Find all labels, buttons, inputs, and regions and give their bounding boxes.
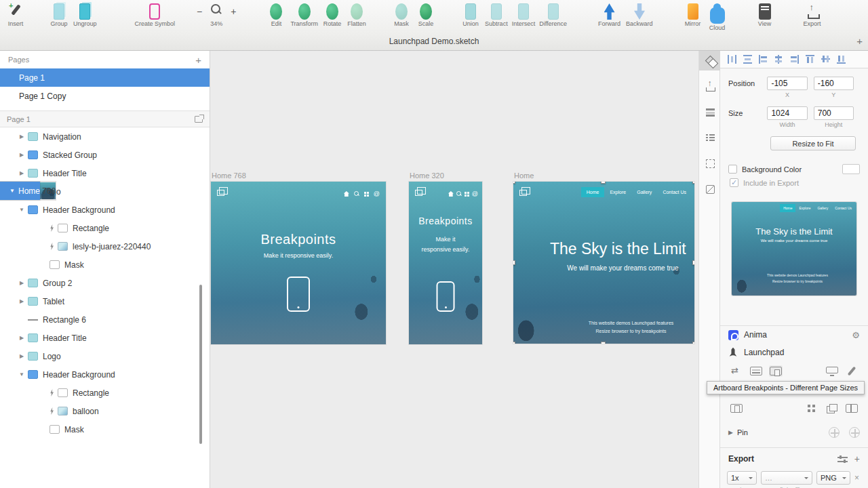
layer-row[interactable]: lesly-b-juarez-220440 — [0, 237, 210, 256]
toolbar-scale-button[interactable]: Scale — [416, 3, 436, 27]
nav-item[interactable]: Explore — [795, 204, 814, 212]
layer-row[interactable]: ▶Logo — [0, 347, 210, 365]
artboard-label-home320[interactable]: Home 320 — [410, 171, 444, 180]
align-right-icon[interactable] — [790, 55, 799, 64]
disclosure-icon[interactable]: ▶ — [18, 298, 26, 304]
disclosure-icon[interactable]: ▼ — [8, 188, 16, 194]
disclosure-icon[interactable]: ▶ — [18, 170, 26, 176]
toolbar-subtract-button[interactable]: Subtract — [485, 3, 508, 27]
swap-icon[interactable] — [730, 365, 743, 377]
toolbar-transform-button[interactable]: Transform — [290, 3, 318, 27]
upload-icon[interactable] — [699, 77, 721, 96]
export-format-select[interactable]: PNG — [816, 471, 850, 485]
disclosure-icon[interactable]: ▶ — [18, 353, 26, 359]
toolbar-mirror-button[interactable]: Mirror — [683, 3, 703, 27]
resize-handle[interactable] — [692, 182, 694, 184]
gear-icon[interactable]: ⚙ — [852, 330, 860, 340]
include-in-export-checkbox[interactable] — [730, 178, 738, 187]
collapse-artboards-icon[interactable] — [195, 116, 203, 123]
toolbar-view-button[interactable]: View — [755, 3, 775, 27]
layer-row[interactable]: ▼Header Background — [0, 201, 210, 219]
breakpoints-icon[interactable] — [769, 365, 783, 377]
align-center-horizontal-icon[interactable] — [774, 55, 783, 64]
export-size-select[interactable]: 1x — [727, 471, 757, 485]
pin-anchor-icon[interactable] — [829, 427, 840, 438]
toolbar-insert-button[interactable]: Insert — [5, 3, 26, 27]
align-middle-icon[interactable] — [821, 55, 830, 64]
resize-handle[interactable] — [692, 260, 694, 265]
toolbar-intersect-button[interactable]: Intersect — [512, 3, 536, 27]
layer-row[interactable]: Rectangle — [0, 384, 210, 402]
add-export-button[interactable]: + — [854, 453, 860, 464]
position-x-input[interactable] — [767, 77, 807, 90]
pin-row[interactable]: ▶ Pin — [720, 424, 868, 441]
zoom-out-button[interactable]: − — [193, 3, 206, 17]
components-panel-icon[interactable] — [699, 51, 721, 70]
grid-dots-icon[interactable] — [806, 403, 819, 414]
background-color-swatch[interactable] — [842, 164, 860, 174]
layer-row[interactable]: ▶Tablet — [0, 292, 210, 310]
preview-toggle-icon[interactable] — [699, 180, 721, 199]
align-left-icon[interactable] — [759, 55, 768, 64]
layer-row[interactable]: ▼Header Background — [0, 365, 210, 384]
distribute-vertical-icon[interactable] — [743, 55, 752, 64]
page-item[interactable]: Page 1 — [0, 68, 210, 87]
layer-row[interactable]: Mask — [0, 420, 210, 439]
resize-handle[interactable] — [692, 342, 694, 344]
new-tab-button[interactable]: + — [856, 33, 863, 50]
resize-handle[interactable] — [513, 260, 515, 265]
disclosure-icon[interactable]: ▶ — [18, 134, 26, 140]
nav-item[interactable]: Contact Us — [831, 204, 855, 212]
canvas[interactable]: Home 768 Home 320 Home @ Breakpoints Mak… — [210, 51, 698, 488]
width-input[interactable] — [767, 106, 807, 120]
toolbar-rotate-button[interactable]: Rotate — [322, 3, 342, 27]
resize-handle[interactable] — [513, 342, 515, 344]
artboard-label-home[interactable]: Home — [514, 171, 534, 180]
artboard-home320[interactable]: @ Breakpoints Make it responsive easily. — [409, 182, 482, 344]
height-input[interactable] — [814, 106, 854, 120]
toolbar-ungroup-button[interactable]: Ungroup — [73, 3, 97, 27]
toolbar-edit-button[interactable]: Edit — [266, 3, 286, 27]
toolbar-forward-button[interactable]: Forward — [598, 3, 620, 27]
resize-handle[interactable] — [601, 182, 606, 184]
add-page-button[interactable]: + — [195, 54, 201, 66]
device-preview-icon[interactable] — [730, 403, 743, 414]
resize-to-fit-button[interactable]: Resize to Fit — [770, 136, 856, 150]
sidebar-scrollbar[interactable] — [199, 285, 202, 444]
grid-dashed-icon[interactable] — [699, 154, 721, 174]
layer-row[interactable]: ▶Header Title — [0, 164, 210, 182]
disclosure-icon[interactable]: ▼ — [18, 371, 26, 378]
page-item[interactable]: Page 1 Copy — [0, 87, 210, 105]
background-color-checkbox[interactable] — [728, 165, 737, 174]
nav-item[interactable]: Home — [581, 187, 605, 197]
duplicate-icon[interactable] — [825, 403, 839, 414]
disclosure-icon[interactable]: ▼ — [18, 207, 26, 213]
toolbar-difference-button[interactable]: Difference — [539, 3, 567, 27]
export-prefix-select[interactable]: … — [761, 471, 812, 485]
toolbar-backward-button[interactable]: Backward — [626, 3, 653, 27]
layer-row[interactable]: ▶Stacked Group — [0, 146, 210, 164]
layer-row[interactable]: Rectangle 6 — [0, 310, 210, 329]
nav-item[interactable]: Contact Us — [657, 187, 692, 197]
layer-row[interactable]: Rectangle — [0, 219, 210, 237]
zoom-in-button[interactable]: + — [226, 3, 240, 17]
toolbar-export-button[interactable]: Export — [802, 3, 823, 27]
artboard-home[interactable]: HomeExploreGalleryContact Us The Sky is … — [513, 182, 694, 344]
align-top-icon[interactable] — [806, 55, 814, 64]
layer-row[interactable]: ▼Home — [0, 182, 40, 200]
styles-icon[interactable] — [845, 365, 859, 377]
layer-row[interactable]: Mask — [0, 256, 210, 274]
rows-panel-icon[interactable] — [699, 102, 721, 122]
disclosure-icon[interactable]: ▶ — [18, 152, 26, 158]
toolbar-symbol-button[interactable]: Create Symbol — [135, 3, 176, 27]
nav-item[interactable]: Home — [780, 204, 795, 212]
layer-row[interactable]: ▶Group 2 — [0, 274, 210, 292]
resize-handle[interactable] — [601, 342, 606, 344]
zoom-tool-button[interactable]: 34% — [206, 3, 226, 27]
nav-item[interactable]: Gallery — [631, 187, 657, 197]
pin-anchor-icon[interactable] — [849, 427, 860, 438]
list-view-icon[interactable] — [699, 128, 721, 148]
display-icon[interactable] — [825, 365, 839, 377]
toolbar-group-button[interactable]: Group — [49, 3, 69, 27]
disclosure-icon[interactable]: ▶ — [18, 280, 26, 286]
